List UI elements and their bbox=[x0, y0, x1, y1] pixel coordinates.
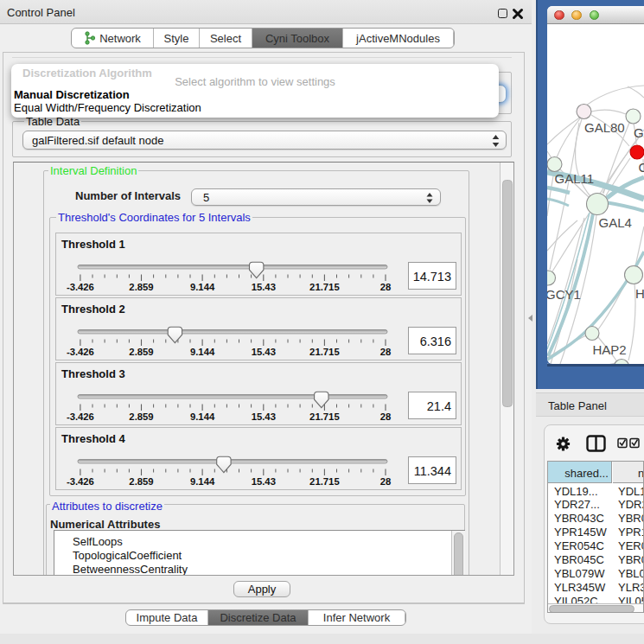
svg-text:-3.426: -3.426 bbox=[67, 476, 94, 487]
svg-text:GAL4: GAL4 bbox=[599, 215, 632, 230]
svg-text:15.43: 15.43 bbox=[252, 282, 276, 292]
svg-text:28: 28 bbox=[380, 411, 392, 422]
svg-text:28: 28 bbox=[380, 282, 392, 292]
svg-text:21.715: 21.715 bbox=[309, 411, 340, 422]
svg-text:9.144: 9.144 bbox=[190, 476, 215, 487]
svg-text:21.715: 21.715 bbox=[309, 476, 340, 487]
svg-text:15.43: 15.43 bbox=[252, 411, 276, 422]
svg-text:15.43: 15.43 bbox=[252, 347, 276, 357]
svg-text:21.715: 21.715 bbox=[309, 347, 340, 357]
svg-text:HAP2: HAP2 bbox=[593, 342, 627, 357]
svg-text:-3.426: -3.426 bbox=[67, 282, 94, 292]
svg-text:9.144: 9.144 bbox=[190, 282, 215, 292]
svg-text:28: 28 bbox=[380, 476, 392, 487]
svg-text:-3.426: -3.426 bbox=[67, 411, 94, 422]
svg-text:-3.426: -3.426 bbox=[67, 347, 94, 357]
svg-text:GAL80: GAL80 bbox=[584, 120, 625, 135]
svg-text:GAL11: GAL11 bbox=[555, 171, 595, 186]
svg-text:15.43: 15.43 bbox=[252, 476, 276, 487]
svg-text:2.859: 2.859 bbox=[129, 282, 153, 292]
svg-text:9.144: 9.144 bbox=[190, 347, 215, 357]
svg-text:CYC1: CYC1 bbox=[639, 160, 644, 175]
svg-text:GAL3: GAL3 bbox=[634, 125, 644, 140]
svg-text:9.144: 9.144 bbox=[190, 411, 215, 422]
svg-text:21.715: 21.715 bbox=[309, 282, 340, 292]
svg-text:GCY1: GCY1 bbox=[547, 287, 581, 302]
svg-text:28: 28 bbox=[380, 347, 392, 357]
svg-text:2.859: 2.859 bbox=[129, 411, 153, 422]
svg-text:2.859: 2.859 bbox=[129, 476, 153, 487]
svg-text:2.859: 2.859 bbox=[129, 347, 153, 357]
svg-text:HIS4: HIS4 bbox=[635, 286, 644, 301]
